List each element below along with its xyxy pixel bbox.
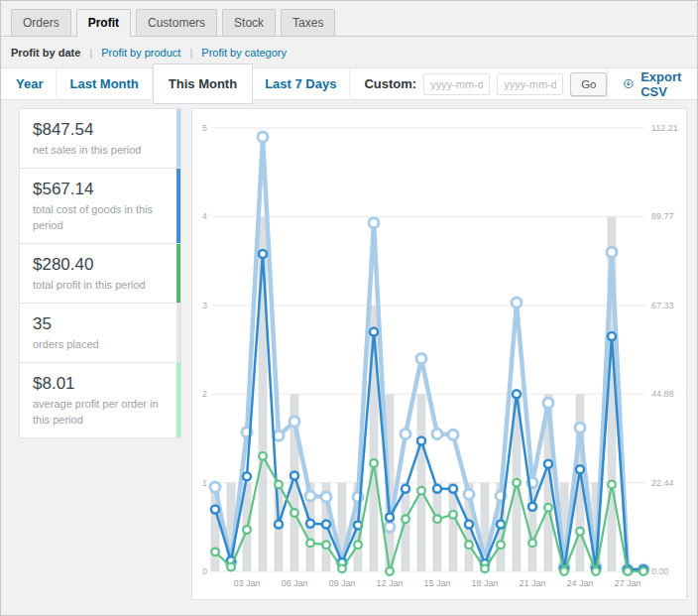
- download-icon: [624, 76, 634, 91]
- metric-label: total profit in this period: [33, 278, 165, 294]
- summary-cards: $847.54 net sales in this period $567.14…: [19, 108, 181, 600]
- card-stripe: [176, 109, 180, 168]
- subnav-separator: |: [89, 47, 92, 59]
- profit-chart-panel: 00.00122.44244.88367.33489.775112.2103 J…: [191, 108, 687, 600]
- svg-text:15 Jan: 15 Jan: [423, 578, 450, 588]
- export-csv-link[interactable]: Export CSV: [607, 68, 698, 99]
- period-tab-last-month[interactable]: Last Month: [57, 68, 152, 100]
- svg-text:12 Jan: 12 Jan: [376, 578, 403, 588]
- svg-text:03 Jan: 03 Jan: [233, 578, 260, 588]
- profit-chart[interactable]: 00.00122.44244.88367.33489.775112.2103 J…: [192, 109, 686, 599]
- svg-text:4: 4: [202, 211, 207, 221]
- svg-text:1: 1: [202, 478, 207, 488]
- card-stripe: [176, 304, 180, 362]
- custom-range-controls: Custom: Go: [364, 72, 607, 96]
- svg-text:06 Jan: 06 Jan: [281, 578, 307, 588]
- svg-text:2: 2: [202, 389, 207, 399]
- svg-text:18 Jan: 18 Jan: [471, 578, 498, 588]
- metric-value: $8.01: [33, 374, 165, 394]
- svg-text:09 Jan: 09 Jan: [328, 578, 355, 588]
- metric-label: total cost of goods in this period: [33, 202, 165, 234]
- period-tab-last-7-days[interactable]: Last 7 Days: [252, 68, 350, 100]
- go-button[interactable]: Go: [570, 72, 607, 96]
- metric-label: net sales in this period: [33, 143, 165, 159]
- summary-card-avg-profit-per-order: $8.01 average profit per order in this p…: [19, 362, 181, 438]
- tab-stock[interactable]: Stock: [222, 9, 276, 36]
- svg-text:3: 3: [202, 301, 207, 310]
- svg-text:89.77: 89.77: [651, 211, 674, 221]
- tab-taxes[interactable]: Taxes: [281, 9, 335, 36]
- subnav-profit-by-product[interactable]: Profit by product: [101, 47, 180, 59]
- tab-orders[interactable]: Orders: [11, 9, 71, 36]
- tab-customers[interactable]: Customers: [136, 9, 217, 36]
- metric-label: orders placed: [33, 337, 165, 353]
- metric-label: average profit per order in this period: [33, 397, 165, 429]
- metric-value: $280.40: [33, 255, 165, 275]
- tab-profit[interactable]: Profit: [76, 9, 131, 37]
- svg-text:0.00: 0.00: [651, 566, 669, 576]
- svg-text:112.21: 112.21: [651, 123, 678, 133]
- subnav-separator: |: [189, 47, 192, 59]
- svg-text:22.44: 22.44: [651, 478, 674, 488]
- card-stripe: [176, 244, 180, 303]
- period-toolbar: Year Last Month This Month Last 7 Days C…: [1, 67, 697, 100]
- profit-report-page: Orders Profit Customers Stock Taxes Prof…: [0, 0, 698, 616]
- report-subnav: Profit by date | Profit by product | Pro…: [1, 37, 697, 67]
- svg-text:0: 0: [202, 566, 207, 576]
- svg-text:67.33: 67.33: [651, 301, 674, 310]
- date-from-input[interactable]: [423, 73, 490, 95]
- metric-value: 35: [33, 314, 165, 334]
- svg-text:21 Jan: 21 Jan: [519, 578, 545, 588]
- period-tab-this-month[interactable]: This Month: [153, 63, 253, 104]
- metric-value: $847.54: [33, 120, 165, 140]
- svg-text:24 Jan: 24 Jan: [566, 578, 593, 588]
- summary-card-total-profit: $280.40 total profit in this period: [19, 243, 181, 304]
- date-to-input[interactable]: [497, 73, 563, 95]
- summary-card-net-sales: $847.54 net sales in this period: [19, 108, 181, 169]
- summary-card-cost-of-goods: $567.14 total cost of goods in this peri…: [19, 168, 181, 244]
- export-csv-label: Export CSV: [640, 69, 686, 99]
- summary-card-orders-placed: 35 orders placed: [19, 303, 181, 363]
- svg-text:44.88: 44.88: [651, 389, 674, 399]
- svg-text:27 Jan: 27 Jan: [614, 578, 640, 588]
- subnav-profit-by-category[interactable]: Profit by category: [201, 47, 287, 59]
- svg-text:5: 5: [202, 123, 207, 133]
- card-stripe: [176, 169, 180, 243]
- card-stripe: [176, 363, 180, 437]
- period-tab-year[interactable]: Year: [3, 68, 57, 100]
- main-tabs: Orders Profit Customers Stock Taxes: [1, 1, 697, 37]
- subnav-profit-by-date[interactable]: Profit by date: [11, 47, 80, 59]
- report-content: $847.54 net sales in this period $567.14…: [1, 100, 697, 600]
- custom-range-label: Custom:: [364, 76, 416, 91]
- metric-value: $567.14: [33, 180, 165, 199]
